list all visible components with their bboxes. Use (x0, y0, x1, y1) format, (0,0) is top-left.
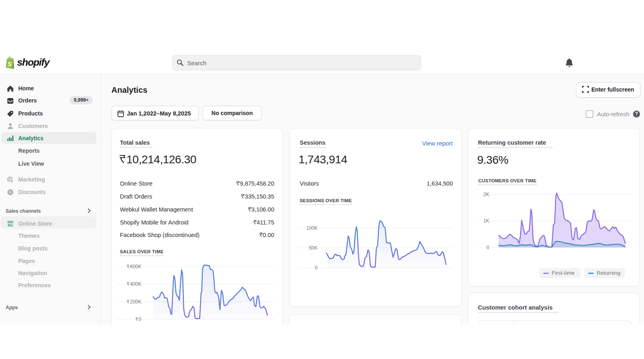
svg-text:2K: 2K (483, 192, 489, 197)
svg-text:50K: 50K (309, 245, 318, 251)
svg-text:0: 0 (486, 245, 489, 250)
svg-text:400K: 400K (130, 281, 141, 287)
svg-text:200K: 200K (130, 299, 141, 305)
svg-text:100K: 100K (306, 225, 318, 231)
svg-text:1K: 1K (483, 218, 489, 224)
svg-text:0: 0 (139, 316, 141, 322)
svg-text:0: 0 (315, 265, 318, 271)
svg-text:S: S (8, 60, 12, 67)
svg-text:600K: 600K (130, 264, 141, 269)
